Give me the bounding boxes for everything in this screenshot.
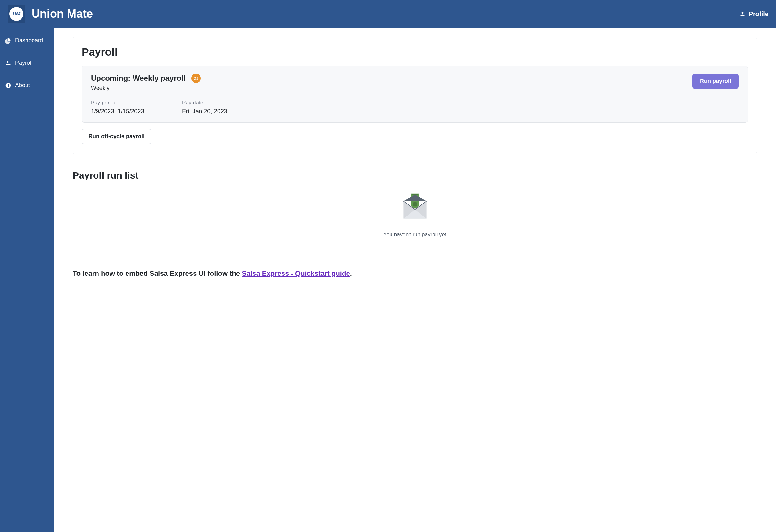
sidebar-item-label: About	[15, 82, 30, 89]
svg-rect-5	[8, 85, 9, 87]
sidebar-item-payroll[interactable]: $ Payroll	[0, 55, 54, 71]
empty-message: You haven't run payroll yet	[383, 232, 446, 238]
sidebar-item-about[interactable]: About	[0, 78, 54, 93]
run-off-cycle-button[interactable]: Run off-cycle payroll	[82, 129, 151, 144]
run-payroll-button[interactable]: Run payroll	[692, 73, 739, 89]
app-header: UM Union Mate Profile	[0, 0, 776, 28]
avatar-badge: OJ	[191, 73, 201, 83]
footer-note: To learn how to embed Salsa Express UI f…	[72, 269, 757, 278]
svg-point-0	[741, 12, 744, 14]
info-row: Pay period 1/9/2023–1/15/2023 Pay date F…	[91, 100, 739, 115]
upcoming-title-row: Upcoming: Weekly payroll OJ	[91, 73, 201, 83]
upcoming-header: Upcoming: Weekly payroll OJ Weekly Run p…	[91, 73, 739, 91]
pay-period-label: Pay period	[91, 100, 144, 106]
info-circle-icon	[5, 82, 11, 89]
envelope-money-icon	[400, 192, 430, 222]
svg-point-9	[412, 202, 417, 206]
logo-circle: UM	[9, 7, 23, 21]
money-hand-icon: $	[5, 60, 11, 66]
main-content: Payroll Upcoming: Weekly payroll OJ Week…	[54, 28, 776, 532]
quickstart-guide-link[interactable]: Salsa Express - Quickstart guide	[242, 269, 350, 277]
sidebar-item-label: Dashboard	[15, 37, 43, 44]
upcoming-subtitle: Weekly	[91, 85, 201, 91]
sidebar-item-dashboard[interactable]: Dashboard	[0, 33, 54, 48]
empty-state: You haven't run payroll yet	[72, 192, 757, 238]
payroll-card: Payroll Upcoming: Weekly payroll OJ Week…	[72, 37, 757, 154]
upcoming-payroll-box: Upcoming: Weekly payroll OJ Weekly Run p…	[82, 66, 748, 123]
footer-suffix: .	[350, 269, 352, 277]
sidebar: Dashboard $ Payroll About	[0, 28, 54, 532]
run-list-title: Payroll run list	[72, 170, 757, 181]
pay-date-label: Pay date	[182, 100, 227, 106]
logo-badge: UM	[8, 5, 25, 23]
upcoming-title: Upcoming: Weekly payroll	[91, 74, 186, 83]
profile-label: Profile	[749, 10, 768, 18]
pay-date-value: Fri, Jan 20, 2023	[182, 108, 227, 115]
header-left: UM Union Mate	[8, 5, 93, 23]
svg-text:$: $	[8, 61, 9, 63]
pay-period-value: 1/9/2023–1/15/2023	[91, 108, 144, 115]
user-icon	[739, 11, 746, 17]
chart-pie-icon	[5, 38, 11, 44]
upcoming-left: Upcoming: Weekly payroll OJ Weekly	[91, 73, 201, 91]
logo-text: UM	[13, 11, 20, 17]
brand-title: Union Mate	[32, 7, 93, 20]
profile-link[interactable]: Profile	[739, 10, 768, 18]
svg-point-4	[8, 84, 9, 85]
pay-date-block: Pay date Fri, Jan 20, 2023	[182, 100, 227, 115]
page-title: Payroll	[82, 46, 748, 58]
pay-period-block: Pay period 1/9/2023–1/15/2023	[91, 100, 144, 115]
footer-prefix: To learn how to embed Salsa Express UI f…	[72, 269, 242, 277]
sidebar-item-label: Payroll	[15, 60, 32, 66]
avatar-initials: OJ	[194, 76, 198, 80]
